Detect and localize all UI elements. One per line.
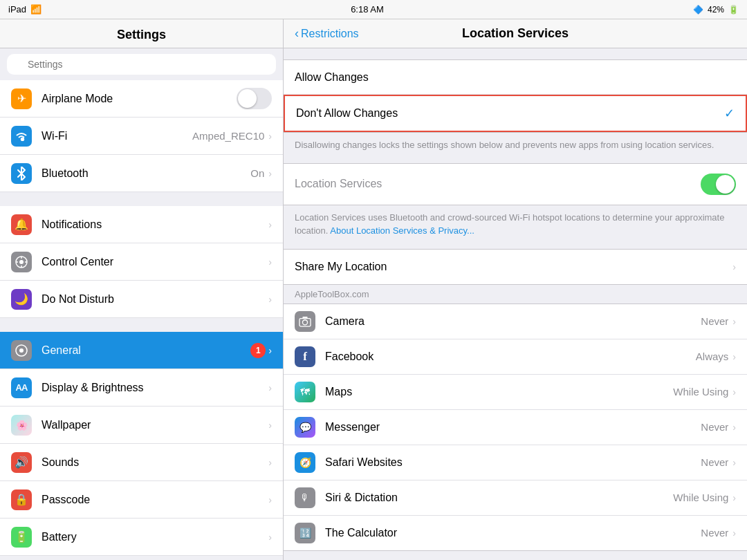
sidebar-item-display[interactable]: AA Display & Brightness › [0,369,283,407]
list-item[interactable]: 🗺 Maps While Using › [284,375,747,410]
svg-point-9 [302,319,307,324]
location-services-section: Location Services Location Services uses… [284,163,747,246]
sidebar-item-bluetooth[interactable]: Bluetooth On › [0,155,283,192]
search-input[interactable] [7,54,276,75]
sounds-label: Sounds [42,456,268,469]
status-bar: iPad 📶 6:18 AM 🔷 42% 🔋 [0,0,747,19]
list-item[interactable]: 🎙 Siri & Dictation While Using › [284,480,747,516]
notifications-icon: 🔔 [11,214,32,235]
battery-setting-icon: 🔋 [11,527,32,548]
calculator-label: The Calculator [325,527,701,539]
divider-2 [0,318,283,332]
sidebar-item-general[interactable]: General 1 › [0,332,283,369]
settings-title: Settings [0,28,283,42]
list-item[interactable]: 💬 Messenger Never › [284,410,747,445]
sidebar-item-airplane[interactable]: ✈ Airplane Mode [0,80,283,118]
list-item[interactable]: Camera Never › [284,304,747,339]
sounds-icon: 🔊 [11,452,32,473]
share-location-list: Share My Location › [284,249,747,285]
checkmark-icon: ✓ [724,106,735,121]
safari-value: Never [701,456,728,468]
svg-point-1 [19,260,24,264]
sidebar-item-passcode[interactable]: 🔒 Passcode › [0,481,283,519]
allow-changes-row[interactable]: Allow Changes [284,60,747,95]
sidebar-item-wifi[interactable]: Wi-Fi Amped_REC10 › [0,118,283,155]
sidebar-item-control-center[interactable]: Control Center › [0,243,283,281]
calculator-chevron: › [732,528,736,539]
wallpaper-chevron: › [268,420,272,431]
bluetooth-icon: 🔷 [693,5,703,15]
sidebar-item-battery[interactable]: 🔋 Battery › [0,519,283,556]
right-panel: ‹ Restrictions Location Services Allow C… [284,19,747,560]
battery-label: Battery [42,531,268,543]
bluetooth-chevron: › [268,168,272,179]
messenger-value: Never [701,421,728,433]
location-services-title: Location Services [462,26,569,41]
passcode-icon: 🔒 [11,489,32,510]
back-label: Restrictions [301,28,359,40]
facebook-value: Always [696,351,729,362]
svg-point-7 [19,348,24,353]
share-my-location-row[interactable]: Share My Location › [284,250,747,284]
siri-value: While Using [673,492,728,503]
camera-chevron: › [732,316,736,327]
camera-value: Never [701,315,728,327]
passcode-label: Passcode [42,494,268,506]
app-list-group: Camera Never › f Facebook Always › 🗺 [284,304,747,551]
siri-label: Siri & Dictation [325,492,673,504]
settings-list: ✈ Airplane Mode Wi-Fi Am [0,80,283,560]
allow-changes-label: Allow Changes [295,71,736,84]
dont-allow-description: Disallowing changes locks the settings s… [284,133,747,160]
display-chevron: › [268,382,272,393]
battery-icon: 🔋 [728,5,739,15]
general-label: General [42,344,250,357]
sidebar-item-wallpaper[interactable]: 🌸 Wallpaper › [0,407,283,444]
airplane-toggle[interactable] [237,88,272,109]
changes-list: Allow Changes Don't Allow Changes ✓ [284,59,747,133]
camera-label: Camera [325,315,701,328]
location-services-toggle[interactable] [701,174,736,195]
location-services-toggle-knob [716,175,735,194]
back-button[interactable]: ‹ Restrictions [295,26,359,41]
location-services-link[interactable]: About Location Services & Privacy... [330,225,474,236]
location-services-row[interactable]: Location Services [284,163,747,205]
sidebar-item-do-not-disturb[interactable]: 🌙 Do Not Disturb › [0,281,283,318]
share-location-section: Share My Location › [284,249,747,285]
wallpaper-icon: 🌸 [11,415,32,436]
maps-app-icon: 🗺 [295,382,315,402]
display-label: Display & Brightness [42,382,268,394]
location-services-label: Location Services [295,178,701,190]
airplane-label: Airplane Mode [42,93,237,105]
status-left: iPad 📶 [8,4,42,15]
airplane-toggle-knob [238,89,257,108]
right-content: Allow Changes Don't Allow Changes ✓ Disa… [284,48,747,560]
camera-app-icon [295,311,315,332]
bluetooth-value: On [250,167,264,179]
display-icon: AA [11,377,32,398]
dont-allow-changes-row[interactable]: Don't Allow Changes ✓ [284,95,747,132]
facebook-label: Facebook [325,351,696,363]
list-item[interactable]: 🔢 The Calculator Never › [284,516,747,550]
wallpaper-label: Wallpaper [42,419,268,431]
list-item[interactable]: 🧭 Safari Websites Never › [284,445,747,480]
control-center-icon [11,252,32,272]
bluetooth-setting-icon [11,163,32,184]
list-item[interactable]: f Facebook Always › [284,339,747,375]
airplane-icon: ✈ [11,88,32,109]
sidebar-item-notifications[interactable]: 🔔 Notifications › [0,206,283,243]
sounds-chevron: › [268,457,272,468]
wifi-value: Amped_REC10 [192,130,264,142]
share-my-location-label: Share My Location [295,261,732,273]
maps-label: Maps [325,386,673,398]
do-not-disturb-label: Do Not Disturb [42,293,268,306]
sidebar-item-sounds[interactable]: 🔊 Sounds › [0,444,283,481]
share-location-chevron: › [732,261,736,272]
notifications-label: Notifications [42,218,268,231]
siri-chevron: › [732,492,736,503]
control-center-chevron: › [268,256,272,268]
safari-app-icon: 🧭 [295,452,315,473]
svg-rect-10 [302,316,307,318]
settings-group-connectivity: ✈ Airplane Mode Wi-Fi Am [0,80,283,192]
location-services-description-wrapper: Location Services uses Bluetooth and cro… [284,205,747,246]
safari-chevron: › [732,457,736,468]
